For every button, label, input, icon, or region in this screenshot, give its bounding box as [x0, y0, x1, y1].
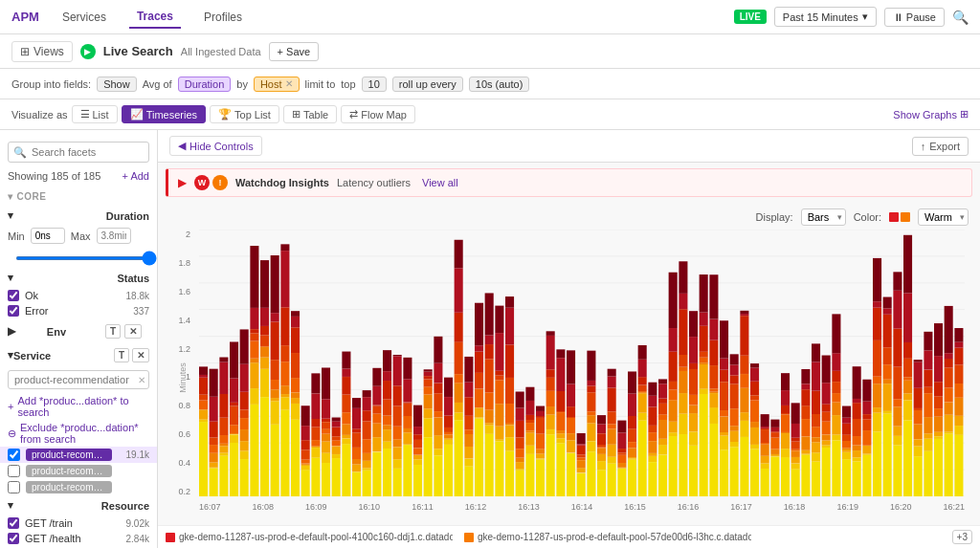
color-select[interactable]: Warm [918, 208, 969, 226]
svg-rect-412 [658, 404, 667, 415]
svg-rect-441 [689, 337, 698, 363]
time-selector-chevron: ▾ [862, 11, 868, 23]
svg-rect-251 [475, 389, 483, 408]
status-section: Ok 18.8k Error 337 [0, 288, 157, 318]
nav-services[interactable]: Services [55, 7, 114, 28]
svg-rect-519 [781, 414, 790, 432]
status-ok-checkbox[interactable] [8, 290, 19, 301]
svg-rect-572 [842, 448, 851, 449]
svg-rect-59 [250, 341, 258, 359]
env-section-header[interactable]: ▶ Env T ✕ [0, 318, 157, 344]
nav-traces[interactable]: Traces [129, 6, 181, 29]
service-close-btn[interactable]: ✕ [132, 348, 149, 362]
svg-rect-68 [260, 346, 269, 347]
duration-section-header[interactable]: ▾ Duration [0, 206, 157, 226]
roll-up-filter[interactable]: roll up every [392, 77, 463, 92]
svg-rect-58 [250, 359, 258, 363]
service-item-0[interactable]: product-recommen... 19.1k [0, 447, 157, 463]
svg-rect-278 [505, 404, 514, 424]
service-item-2[interactable]: product-recommen... [0, 479, 157, 495]
display-select[interactable]: Bars [801, 208, 846, 226]
svg-rect-476 [730, 375, 739, 384]
svg-rect-637 [914, 388, 923, 408]
show-graphs-button[interactable]: Show Graphs ⊞ [893, 108, 969, 121]
show-filter[interactable]: Show [97, 77, 137, 92]
watchdog-title: Watchdog Insights [235, 177, 329, 188]
table-view-btn[interactable]: ⊞ Table [283, 105, 337, 123]
flow-map-view-btn[interactable]: ⇄ Flow Map [341, 105, 415, 123]
resource-1-checkbox[interactable] [8, 533, 19, 544]
exclude-service-link[interactable]: ⊖ Exclude *produc...dation* from search [0, 420, 157, 447]
duration-slider[interactable] [15, 256, 157, 260]
svg-rect-280 [505, 344, 514, 377]
svg-rect-613 [893, 445, 902, 496]
search-facets-input[interactable] [8, 142, 149, 163]
svg-rect-375 [617, 455, 626, 463]
env-close-btn[interactable]: ✕ [124, 324, 142, 339]
color-select-wrap[interactable]: Warm [918, 208, 969, 226]
svg-rect-191 [403, 404, 412, 416]
service-0-checkbox[interactable] [8, 449, 20, 461]
search-icon[interactable]: 🔍 [952, 10, 969, 25]
timeseries-view-btn[interactable]: 📈 Timeseries [122, 105, 206, 123]
svg-rect-245 [464, 397, 473, 416]
svg-rect-417 [669, 432, 678, 436]
svg-rect-439 [689, 369, 698, 395]
time-selector[interactable]: Past 15 Minutes ▾ [774, 7, 877, 27]
display-select-wrap[interactable]: Bars [801, 208, 846, 226]
top-list-view-btn[interactable]: 🏆 Top List [210, 105, 279, 123]
svg-rect-477 [730, 364, 739, 375]
save-button[interactable]: + Save [269, 42, 320, 61]
svg-rect-109 [311, 458, 320, 496]
resource-0-checkbox[interactable] [8, 517, 19, 529]
add-service-link[interactable]: + Add *produc...dation* to search [0, 393, 157, 420]
service-item-1[interactable]: product-recomm... [0, 463, 157, 479]
svg-rect-548 [812, 391, 820, 414]
service-2-checkbox[interactable] [8, 481, 20, 493]
add-button[interactable]: + Add [122, 170, 149, 182]
status-error-checkbox[interactable] [8, 305, 19, 317]
svg-rect-22 [210, 463, 218, 468]
hide-controls-button[interactable]: ◀ Hide Controls [169, 136, 262, 156]
core-section[interactable]: ▾ CORE [0, 187, 157, 206]
svg-rect-153 [363, 468, 371, 470]
service-tag-btn[interactable]: T [114, 348, 129, 362]
svg-rect-563 [832, 403, 840, 416]
list-view-btn[interactable]: ☰ List [72, 105, 118, 123]
host-close-icon[interactable]: ✕ [285, 78, 293, 89]
duration-filter[interactable]: Duration [178, 77, 232, 92]
duration-max-input[interactable] [97, 228, 131, 244]
views-button[interactable]: ⊞ Views [11, 41, 73, 62]
resource-section-header[interactable]: ▾ Resource [0, 495, 157, 515]
svg-rect-504 [761, 427, 769, 428]
sidebar-search[interactable]: 🔍 [8, 142, 149, 163]
svg-rect-659 [945, 432, 953, 434]
service-1-checkbox[interactable] [8, 465, 20, 477]
view-all-link[interactable]: View all [422, 177, 458, 188]
service-search[interactable]: ✕ [8, 370, 149, 389]
env-tag-btn[interactable]: T [105, 324, 121, 339]
auto-interval-filter[interactable]: 10s (auto) [469, 77, 530, 92]
svg-rect-622 [903, 420, 912, 496]
service-section-header[interactable]: ▾ Service T ✕ [0, 344, 157, 366]
svg-rect-78 [271, 360, 279, 380]
export-button[interactable]: ↑ Export [912, 137, 969, 156]
pause-button[interactable]: ⏸ Pause [884, 8, 945, 27]
svg-rect-212 [434, 455, 442, 496]
slider-container[interactable] [0, 246, 157, 268]
legend-more-button[interactable]: +3 [952, 530, 972, 544]
nav-profiles[interactable]: Profiles [196, 7, 250, 28]
svg-rect-71 [260, 308, 269, 326]
svg-rect-627 [903, 359, 912, 378]
service-search-input[interactable] [8, 370, 149, 389]
status-section-header[interactable]: ▾ Status [0, 268, 157, 288]
host-filter[interactable]: Host ✕ [254, 77, 300, 92]
svg-rect-56 [250, 388, 258, 405]
svg-rect-481 [740, 412, 748, 421]
nav-right: LIVE Past 15 Minutes ▾ ⏸ Pause 🔍 [734, 7, 969, 27]
top-value-filter[interactable]: 10 [362, 77, 387, 92]
duration-min-input[interactable] [31, 228, 65, 244]
service-search-clear-icon[interactable]: ✕ [138, 375, 145, 385]
svg-rect-159 [363, 397, 371, 410]
svg-rect-145 [352, 465, 361, 472]
